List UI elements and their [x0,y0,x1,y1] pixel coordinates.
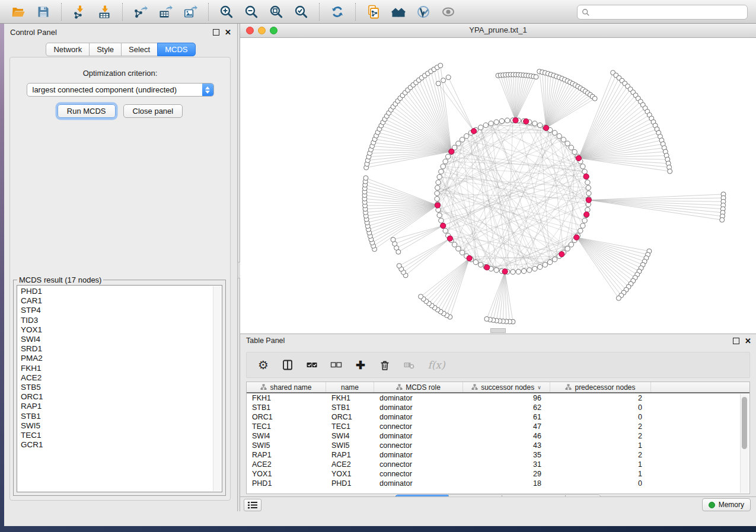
column-header-MCDS-role[interactable]: MCDS role [374,382,463,392]
zoom-in-icon[interactable] [218,3,235,21]
table-row[interactable]: RAP1RAP1dominator352 [247,450,749,460]
minimize-window-icon[interactable] [258,27,266,34]
mcds-result-item[interactable]: SWI4 [17,335,212,344]
zoom-fit-icon[interactable] [267,3,285,21]
table-header-row: shared namenameMCDS rolesuccessor nodes∨… [247,382,749,393]
mcds-result-title: MCDS result (17 nodes) [17,275,103,284]
table-panel-titlebar: Table Panel ✕ [240,334,756,347]
table-scrollbar[interactable] [740,394,749,493]
mcds-result-item[interactable]: PMA2 [17,354,212,363]
select-stepper-icon [202,84,213,96]
mcds-result-item[interactable]: SWI5 [17,421,212,431]
close-table-panel-icon[interactable]: ✕ [745,337,751,345]
horizontal-splitter-grip[interactable] [490,328,506,333]
delete-entry-icon[interactable] [378,358,392,372]
table-cell: ACE2 [247,460,326,469]
table-row[interactable]: SWI4SWI4dominator462 [247,431,749,441]
table-settings-icon[interactable]: ⚙ [256,358,270,372]
run-mcds-button[interactable]: Run MCDS [58,104,116,118]
table-row[interactable]: FKH1FKH1dominator962 [247,393,749,403]
import-table-icon[interactable] [95,3,113,21]
status-bar: Memory [240,496,756,511]
search-input[interactable] [593,5,747,20]
clear-selection-icon[interactable] [329,358,343,372]
show-hide-icon[interactable] [439,3,457,21]
list-scrollbar[interactable] [213,286,221,491]
table-row[interactable]: STB1STB1dominator620 [247,403,749,412]
network-graph[interactable] [240,38,756,332]
refresh-icon[interactable] [328,3,346,21]
mcds-result-item[interactable]: FKH1 [17,364,212,373]
column-header-shared-name[interactable]: shared name [247,382,326,392]
close-panel-icon[interactable]: ✕ [225,28,231,36]
table-cell: ORC1 [247,413,326,421]
table-row[interactable]: ORC1ORC1dominator610 [247,412,749,422]
table-cell: STB1 [247,403,326,412]
table-row[interactable]: YOX1YOX1connector291 [247,469,749,479]
open-file-icon[interactable] [9,3,27,21]
memory-button[interactable]: Memory [702,498,751,511]
show-columns-icon[interactable] [280,358,295,372]
close-window-icon[interactable] [246,27,254,34]
mcds-result-item[interactable]: RAP1 [17,402,212,411]
table-cell: TEC1 [247,422,326,431]
criterion-select[interactable]: largest connected component (undirected) [27,83,214,97]
tab-style[interactable]: Style [89,43,122,56]
table-row[interactable]: SWI5SWI5connector431 [247,441,749,450]
network-window: YPA_prune.txt_1 [240,24,756,334]
table-row[interactable]: PHD1PHD1dominator180 [247,479,749,488]
zoom-out-icon[interactable] [243,3,260,21]
import-network-icon[interactable] [71,3,88,21]
search-box[interactable] [577,5,748,20]
float-table-panel-icon[interactable] [733,338,739,344]
node-table[interactable]: shared namenameMCDS rolesuccessor nodes∨… [246,382,750,494]
table-body: FKH1FKH1dominator962STB1STB1dominator620… [247,393,749,488]
tab-select[interactable]: Select [121,43,158,56]
export-table-icon[interactable] [157,3,174,21]
mcds-result-item[interactable]: CAR1 [17,296,212,306]
column-header-predecessor-nodes[interactable]: predecessor nodes [550,382,651,392]
network-overview-icon[interactable] [390,3,407,21]
column-header-name[interactable]: name [326,382,374,392]
export-image-icon[interactable] [181,3,199,21]
table-cell: connector [374,422,463,431]
app-window: Control Panel ✕ NetworkStyleSelectMCDS O… [4,24,756,526]
mcds-result-item[interactable]: GCR1 [17,440,212,450]
mcds-result-item[interactable]: SRD1 [17,344,212,354]
table-cell: SWI4 [247,432,326,440]
table-cell: SWI4 [326,432,374,440]
table-cell: RAP1 [326,451,374,459]
table-row[interactable]: TEC1TEC1connector472 [247,422,749,431]
table-scrollbar-thumb[interactable] [742,397,747,449]
add-entry-icon[interactable]: ✚ [353,358,368,372]
export-network-icon[interactable] [132,3,149,21]
mcds-result-item[interactable]: TID3 [17,316,212,325]
mcds-result-item[interactable]: STB5 [17,383,212,392]
mcds-result-item[interactable]: YOX1 [17,325,212,335]
tab-mcds[interactable]: MCDS [157,43,195,56]
mcds-result-item[interactable]: STB1 [17,412,212,421]
task-history-button[interactable] [244,499,261,511]
vizmapper-icon[interactable] [414,3,432,21]
save-icon[interactable] [34,3,52,21]
mcds-result-item[interactable]: TEC1 [17,431,212,440]
table-cell: 2 [550,451,651,459]
table-panel: Table Panel ✕ ⚙ ✚ f(x) shared namenameMC… [240,334,756,511]
table-panel-title: Table Panel [246,336,285,345]
mcds-result-item[interactable]: STP4 [17,306,212,315]
tab-network[interactable]: Network [46,43,90,56]
zoom-selected-icon[interactable] [292,3,310,21]
mcds-result-item[interactable]: PHD1 [17,287,212,296]
table-row[interactable]: ACE2ACE2connector311 [247,460,749,469]
network-window-titlebar: YPA_prune.txt_1 [240,24,756,38]
column-header-successor-nodes[interactable]: successor nodes∨ [463,382,550,392]
mcds-result-item[interactable]: ORC1 [17,392,212,402]
float-panel-icon[interactable] [213,29,219,36]
clone-network-icon[interactable] [365,3,382,21]
mcds-result-item[interactable]: ACE2 [17,373,212,383]
table-cell: dominator [374,413,463,421]
maximize-window-icon[interactable] [270,27,277,34]
table-cell: 2 [550,432,651,440]
close-panel-button[interactable]: Close panel [123,104,183,118]
select-all-icon[interactable] [305,358,319,372]
